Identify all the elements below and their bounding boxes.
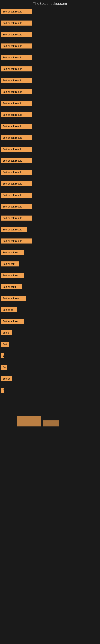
bottleneck-label: Bottleneck re xyxy=(1,273,24,278)
bottleneck-label: Bot xyxy=(1,365,7,370)
bottleneck-label: Bottlenec xyxy=(1,307,17,312)
bottleneck-item: Bottleneck result xyxy=(1,238,99,245)
bottleneck-item: B xyxy=(1,352,99,360)
bottleneck-item: Bottleneck result xyxy=(1,169,99,176)
bottleneck-label: Bottleneck re xyxy=(1,250,24,255)
bottleneck-label: Bottleneck result xyxy=(1,181,32,186)
bottleneck-label: Bottleneck result xyxy=(1,20,32,26)
cursor-indicator xyxy=(1,400,2,408)
cursor-indicator-2 xyxy=(1,452,2,461)
bottleneck-item: Bottleneck result xyxy=(1,203,99,211)
bottleneck-item: Bottleneck result xyxy=(1,180,99,188)
bottleneck-label: Bottleneck result xyxy=(1,124,32,129)
bottleneck-item: Bottleneck result xyxy=(1,31,99,39)
bottleneck-item: Bottleneck r xyxy=(1,284,99,291)
bottleneck-list: Bottleneck resultBottleneck resultBottle… xyxy=(0,8,100,462)
bottleneck-label: Bottleneck r xyxy=(1,284,22,290)
bottleneck-label: Bott xyxy=(1,342,9,347)
bottleneck-label: Bottleneck result xyxy=(1,44,32,48)
bottleneck-item: Bottleneck result xyxy=(1,215,99,222)
bottleneck-label: Bottleneck xyxy=(1,262,19,266)
bottleneck-item: B xyxy=(1,387,99,394)
chart-bar-2 xyxy=(43,420,59,426)
bottleneck-label: Bottleneck result xyxy=(1,32,32,37)
bottleneck-item: Bottleneck result xyxy=(1,43,99,50)
bottleneck-label: Bottleneck result xyxy=(1,204,32,209)
bottleneck-item: Bot xyxy=(1,364,99,371)
bottleneck-label: Bottleneck result xyxy=(1,78,32,83)
bottleneck-item: Bottleneck result xyxy=(1,100,99,108)
bottleneck-label: Bottleneck result xyxy=(1,112,32,117)
bottleneck-item: Bottleneck result xyxy=(1,112,99,119)
bottleneck-item: Bottleneck re xyxy=(1,318,99,326)
bottleneck-item: Bottlenec xyxy=(1,306,99,314)
bottleneck-label: Bottler xyxy=(1,376,12,381)
bottleneck-label: Bottleneck resu xyxy=(1,296,26,301)
bottleneck-item: Bottleneck result xyxy=(1,54,99,62)
bottleneck-item: Bottleneck re xyxy=(1,272,99,280)
bottleneck-item: Bottle xyxy=(1,330,99,337)
bottleneck-item: Bottleneck result xyxy=(1,8,99,16)
bottleneck-label: Bottleneck result xyxy=(1,9,32,14)
site-title: TheBottlenecker.com xyxy=(0,0,100,8)
bottleneck-item: Bott xyxy=(1,341,99,348)
bottleneck-item: Bottleneck re xyxy=(1,249,99,256)
bottleneck-label: Bottleneck re xyxy=(1,319,24,324)
bottleneck-label: Bottleneck result xyxy=(1,216,32,220)
bottleneck-item: Bottleneck result xyxy=(1,134,99,142)
bottleneck-item: Bottleneck result xyxy=(1,146,99,153)
bottleneck-item: Bottleneck result xyxy=(1,226,99,234)
bottleneck-item: Bottler xyxy=(1,375,99,383)
bottleneck-label: B xyxy=(1,388,4,393)
bottleneck-item: Bottleneck result xyxy=(1,192,99,199)
bottleneck-item: Bottleneck result xyxy=(1,20,99,27)
bottleneck-label: Bottleneck result xyxy=(1,89,32,94)
bottleneck-label: Bottleneck result xyxy=(1,158,32,163)
bottleneck-item: Bottleneck result xyxy=(1,88,99,96)
bottom-chart xyxy=(1,416,99,440)
bottleneck-label: Bottleneck result xyxy=(1,227,27,232)
bottleneck-item: Bottleneck xyxy=(1,260,99,268)
bottleneck-label: Bottle xyxy=(1,330,12,335)
bottleneck-label: Bottleneck result xyxy=(1,55,32,60)
bottleneck-item: Bottleneck result xyxy=(1,66,99,73)
bottleneck-label: Bottleneck result xyxy=(1,135,32,140)
chart-bar-1 xyxy=(17,416,41,426)
bottleneck-label: Bottleneck result xyxy=(1,192,32,198)
bottleneck-label: Bottleneck result xyxy=(1,238,32,244)
bottleneck-label: Bottleneck result xyxy=(1,147,32,152)
bottleneck-item: Bottleneck result xyxy=(1,77,99,84)
bottleneck-item: Bottleneck result xyxy=(1,158,99,165)
bottleneck-item: Bottleneck resu xyxy=(1,295,99,302)
bottleneck-item: Bottleneck result xyxy=(1,123,99,130)
bottleneck-label: Bottleneck result xyxy=(1,66,32,72)
bottleneck-label: Bottleneck result xyxy=(1,101,32,106)
bottleneck-label: B xyxy=(1,353,4,358)
bottleneck-label: Bottleneck result xyxy=(1,170,32,175)
